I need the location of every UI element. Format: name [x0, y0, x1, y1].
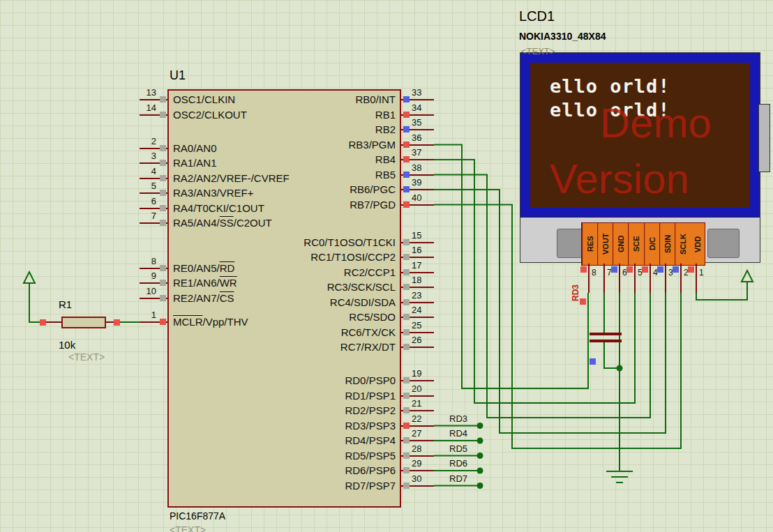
net-label[interactable]: RD6	[449, 458, 467, 469]
resistor-ref[interactable]: R1	[59, 298, 72, 310]
pin-label: RB1	[244, 109, 396, 121]
pin-label: RD5/PSP5	[244, 450, 396, 462]
wire-vdd[interactable]	[696, 282, 747, 300]
pin-state-indicator	[160, 265, 166, 271]
pin-label: RC3/SCK/SCL	[244, 281, 396, 294]
pin-label: RB4	[244, 153, 396, 166]
pin-label: RB2	[244, 123, 396, 136]
wire-cap-bottom[interactable]	[604, 342, 620, 368]
pin-state-indicator	[160, 295, 166, 301]
pin-state-indicator	[403, 96, 410, 102]
pin-state-indicator	[580, 266, 587, 273]
pin-number: 5	[137, 181, 156, 191]
pin-state-indicator	[160, 160, 166, 166]
pin-state-indicator	[403, 254, 410, 260]
pin-number: 33	[412, 87, 421, 98]
pin-number: 3	[137, 151, 156, 161]
lcd-connector-pin-name: SCLK	[675, 223, 690, 265]
pin-state-indicator	[403, 299, 410, 305]
lcd-pin-stub[interactable]	[696, 264, 697, 293]
pin-state-indicator	[403, 142, 410, 148]
pin-state-indicator	[403, 284, 410, 290]
lcd-text-placeholder[interactable]: <TEXT>	[521, 46, 555, 56]
pin-state-indicator	[403, 202, 410, 208]
pin-state-indicator	[160, 280, 166, 286]
pin-state-indicator	[403, 407, 410, 413]
lcd-pin-number: 1	[699, 268, 704, 278]
pin-label: RD2/PSP2	[244, 404, 396, 417]
pin-state-indicator	[403, 377, 410, 383]
lcd-pin-stub[interactable]	[634, 264, 636, 293]
net-label[interactable]: RD3	[449, 413, 467, 424]
pin-state-indicator	[673, 266, 679, 273]
pin-number: 6	[137, 196, 156, 206]
lcd-side-tab	[758, 104, 770, 172]
pin-number: 8	[137, 256, 156, 266]
pin-state-indicator	[403, 186, 410, 192]
lcd-pin-stub[interactable]	[665, 264, 666, 293]
pin-state-indicator	[403, 393, 410, 399]
power-terminal-left[interactable]	[24, 272, 35, 283]
net-label[interactable]: RD4	[449, 428, 467, 439]
pin-state-indicator	[657, 266, 663, 273]
lcd-screen-line: ello orld!	[550, 75, 670, 97]
lcd-pin-stub[interactable]	[588, 264, 590, 293]
lcd-connector-pin-name: D/C	[644, 223, 659, 265]
pin-label: RE0/AN5/RD	[173, 262, 234, 275]
pin-label: RA0/AN0	[173, 142, 217, 155]
pin-state-indicator	[160, 175, 166, 181]
pin-label: RC0/T1OSO/T1CKI	[244, 236, 396, 249]
pin-label: RA5/AN4/SS/C2OUT	[173, 217, 272, 229]
pin-number: 40	[412, 192, 421, 203]
version-watermark: Version	[550, 155, 689, 203]
pin-state-indicator	[403, 269, 410, 275]
lcd-module[interactable]: ello orld! ello orld! Demo Version RESVO…	[520, 52, 760, 263]
mcu-ref[interactable]: U1	[170, 68, 186, 83]
pin-label: RD6/PSP6	[244, 464, 396, 477]
junction-dot	[477, 453, 483, 459]
junction-dot	[477, 438, 483, 444]
r1-right-node-state	[114, 319, 120, 326]
pin-number: 4	[137, 166, 156, 176]
lcd-pin-stub[interactable]	[619, 264, 620, 293]
pin-label: RD3/PSP3	[244, 420, 396, 432]
lcd-pin-stub[interactable]	[680, 264, 682, 293]
net-label[interactable]: RD5	[449, 443, 467, 454]
pin-state-indicator	[403, 423, 410, 429]
pin-state-indicator	[403, 482, 410, 489]
lcd-pin-stub[interactable]	[603, 264, 605, 293]
lcd-pin-stub[interactable]	[650, 264, 651, 293]
pin-state-indicator	[403, 467, 410, 473]
pin-number: 13	[137, 87, 156, 98]
pin-number: 38	[412, 162, 421, 173]
lcd-res-net-label[interactable]: RD3	[571, 284, 580, 301]
resistor-value[interactable]: 10k	[59, 339, 75, 351]
lcd-ref[interactable]: LCD1	[519, 8, 555, 24]
pin-number: 35	[412, 117, 421, 128]
pin-label: RD0/PSP0	[244, 374, 396, 387]
lcd-part[interactable]: NOKIA3310_48X84	[519, 31, 606, 42]
pin-state-indicator	[160, 205, 166, 211]
resistor-text-placeholder[interactable]: <TEXT>	[68, 351, 105, 363]
pin-label: RC4/SDI/SDA	[244, 296, 396, 309]
pin-number: 2	[137, 136, 156, 146]
pin-number: 24	[412, 305, 421, 315]
wire-power-r1[interactable]	[29, 283, 43, 322]
r1-left-node-state	[40, 319, 46, 326]
pin-state-indicator	[403, 329, 410, 335]
pin-state-indicator	[626, 266, 633, 273]
pin-label: RC5/SDO	[244, 311, 396, 324]
lcd-connector[interactable]: RESVOUTGNDSCED/CSDINSCLKVDD	[581, 222, 705, 266]
pin-label: RA3/AN3/VREF+	[173, 187, 253, 199]
mcu-part[interactable]: PIC16F877A	[170, 510, 225, 522]
pin-state-indicator	[403, 437, 410, 443]
pin-label: RE1/AN6/WR	[173, 277, 237, 289]
power-terminal-right[interactable]	[742, 271, 753, 282]
lcd-pad	[707, 229, 740, 258]
junction-dot	[477, 468, 483, 474]
pin-label: OSC2/CLKOUT	[173, 109, 247, 121]
pin-state-indicator	[160, 220, 166, 226]
mcu-text-placeholder[interactable]: <TEXT>	[170, 524, 206, 532]
resistor-body[interactable]	[61, 317, 106, 328]
net-label[interactable]: RD7	[449, 473, 467, 484]
